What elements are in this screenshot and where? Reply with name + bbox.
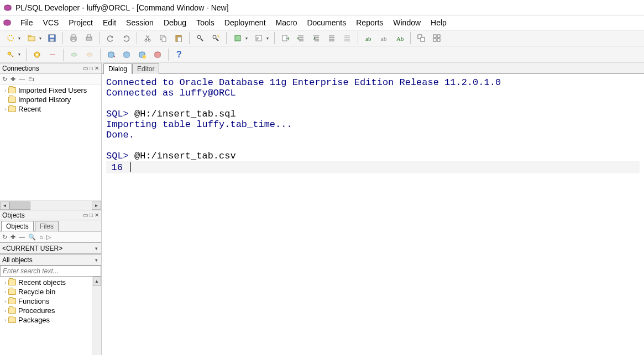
comment-icon[interactable] <box>325 31 338 45</box>
tab-editor[interactable]: Editor <box>132 63 159 74</box>
tree-item-packages[interactable]: ›Packages <box>0 315 101 325</box>
menu-vcs[interactable]: VCS <box>38 17 64 28</box>
menu-deployment[interactable]: Deployment <box>219 17 271 28</box>
add-icon[interactable]: ✚ <box>11 76 15 83</box>
tree-item-procedures[interactable]: ›Procedures <box>0 306 101 315</box>
folder-icon <box>8 106 16 112</box>
tab-objects[interactable]: Objects <box>1 221 34 231</box>
separator <box>137 32 137 44</box>
objects-search-input[interactable] <box>0 266 101 277</box>
panel-close-icon[interactable]: ✕ <box>95 65 99 71</box>
menu-session[interactable]: Session <box>121 17 159 28</box>
plsql-icon[interactable]: P <box>252 31 270 45</box>
menu-edit[interactable]: Edit <box>98 17 121 28</box>
refresh-icon[interactable]: ↻ <box>2 76 7 83</box>
tree-item-functions[interactable]: ›Functions <box>0 296 101 306</box>
panel-mode-icon[interactable]: ▭ <box>83 212 88 218</box>
commit-icon[interactable] <box>67 48 81 61</box>
filter-dropdown[interactable]: All objects▾ <box>0 254 101 266</box>
toolbar-secondary: ? <box>0 46 644 63</box>
panel-mode-icon[interactable]: ▭ <box>83 65 88 71</box>
tree-item-imported-fixed-users[interactable]: ›Imported Fixed Users <box>0 86 101 95</box>
print-icon[interactable] <box>67 31 80 45</box>
rollback-icon[interactable] <box>83 48 96 61</box>
tab-dialog[interactable]: Dialog <box>103 63 132 74</box>
connections-hscrollbar[interactable]: ◄ ► <box>0 200 101 210</box>
print-setup-icon[interactable] <box>82 31 96 45</box>
scroll-left-icon[interactable]: ◄ <box>0 202 9 210</box>
panel-close-icon[interactable]: ✕ <box>95 212 99 218</box>
up-icon[interactable]: ⌂ <box>39 234 43 240</box>
svg-rect-10 <box>72 39 75 41</box>
outdent-icon[interactable] <box>294 31 307 45</box>
menu-tools[interactable]: Tools <box>191 17 219 28</box>
cut-icon[interactable] <box>141 31 154 45</box>
tab-files[interactable]: Files <box>35 221 59 231</box>
tree-item-imported-history[interactable]: Imported History <box>0 95 101 104</box>
dash-icon[interactable]: — <box>19 76 25 82</box>
app-icon-small <box>2 18 12 28</box>
initcap-icon[interactable]: Ab <box>393 31 406 45</box>
tree-item-recycle-bin[interactable]: ›Recycle bin <box>0 287 101 296</box>
objects-vscrollbar[interactable]: ▲ <box>92 277 101 355</box>
tree-item-recent-objects[interactable]: ›Recent objects <box>0 278 101 287</box>
db1-icon[interactable] <box>104 48 118 61</box>
gear-icon[interactable] <box>30 48 44 61</box>
paste-icon[interactable] <box>172 31 185 45</box>
menu-macro[interactable]: Macro <box>271 17 302 28</box>
menu-documents[interactable]: Documents <box>302 17 351 28</box>
scroll-right-icon[interactable]: ► <box>92 202 101 210</box>
menu-project[interactable]: Project <box>64 17 98 28</box>
add-icon[interactable]: ✚ <box>11 234 15 241</box>
panel-pin-icon[interactable]: □ <box>90 212 93 218</box>
new-icon[interactable] <box>3 31 22 45</box>
undo-icon[interactable] <box>104 31 117 45</box>
sidebar: Connections ▭ □ ✕ ↻ ✚ — 🗀 ›Imported Fixe… <box>0 63 102 355</box>
open-icon[interactable] <box>24 31 43 45</box>
tree-item-recent[interactable]: ›Recent <box>0 104 101 114</box>
db2-icon[interactable] <box>120 48 133 61</box>
execute-icon[interactable] <box>279 31 292 45</box>
right-icon[interactable]: ▷ <box>46 234 51 241</box>
help-icon[interactable]: ? <box>172 48 186 61</box>
menu-debug[interactable]: Debug <box>159 17 191 28</box>
uncomment-icon[interactable] <box>341 31 354 45</box>
command-console[interactable]: Connected to Oracle Database 11g Enterpr… <box>102 74 644 355</box>
db3-icon[interactable] <box>135 48 149 61</box>
dropdown-label: <CURRENT USER> <box>2 245 62 252</box>
scroll-up-icon[interactable]: ▲ <box>93 277 101 286</box>
svg-line-22 <box>216 39 218 41</box>
folder-icon <box>8 317 16 323</box>
find-replace-icon[interactable] <box>209 31 222 45</box>
sql-command: @H:/insert_tab.sql <box>134 109 236 119</box>
folder-icon[interactable]: 🗀 <box>28 76 34 82</box>
indent-icon[interactable] <box>310 31 323 45</box>
tree-label: Imported History <box>18 96 71 104</box>
dash-icon[interactable]: — <box>19 234 25 240</box>
console-line: Connected to Oracle Database 11g Enterpr… <box>106 77 501 88</box>
find-icon[interactable]: 🔍 <box>28 234 36 241</box>
scroll-thumb[interactable] <box>9 202 30 210</box>
save-icon[interactable] <box>45 31 59 45</box>
key-icon[interactable] <box>3 48 22 61</box>
window-list-icon[interactable] <box>415 31 428 45</box>
copy-icon[interactable] <box>156 31 170 45</box>
explain-icon[interactable] <box>231 31 249 45</box>
menu-reports[interactable]: Reports <box>351 17 388 28</box>
find-icon[interactable] <box>193 31 207 45</box>
tile-icon[interactable] <box>430 31 443 45</box>
uppercase-icon[interactable]: ab <box>378 31 391 45</box>
menu-file[interactable]: File <box>15 17 38 28</box>
refresh-icon[interactable]: ↻ <box>2 234 7 241</box>
input-line[interactable]: 16 <box>106 161 640 173</box>
lowercase-icon[interactable]: ab <box>362 31 375 45</box>
redo-icon[interactable] <box>119 31 133 45</box>
menu-help[interactable]: Help <box>426 17 452 28</box>
menu-window[interactable]: Window <box>388 17 426 28</box>
scroll-track[interactable] <box>30 202 92 210</box>
break-icon[interactable] <box>46 48 59 61</box>
panel-pin-icon[interactable]: □ <box>90 65 93 71</box>
folder-icon <box>8 298 16 304</box>
user-dropdown[interactable]: <CURRENT USER>▾ <box>0 242 101 254</box>
db4-icon[interactable] <box>151 48 164 61</box>
